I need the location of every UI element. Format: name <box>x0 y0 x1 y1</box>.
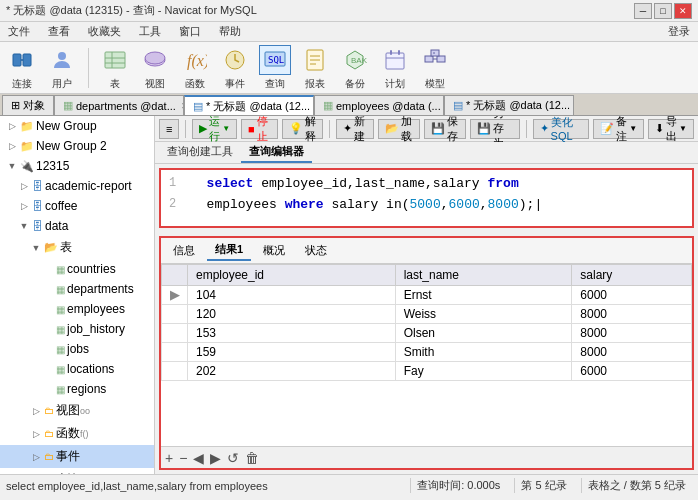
toolbar-schedule[interactable]: 计划 <box>379 45 411 91</box>
toolbar-event[interactable]: 事件 <box>219 45 251 91</box>
sidebar-item-jobhistory[interactable]: ▦ job_history <box>0 319 154 339</box>
col-last-name[interactable]: last_name <box>395 265 572 286</box>
stop-button[interactable]: ■ 停止 <box>241 119 277 139</box>
info-button[interactable]: 📝 备注 ▼ <box>593 119 644 139</box>
login-button[interactable]: 登录 <box>664 22 694 41</box>
explain-label: 解释 <box>305 116 317 144</box>
sidebar-item-views-folder[interactable]: ▷ 🗀 视图 oo <box>0 399 154 422</box>
view-icon[interactable] <box>139 45 171 75</box>
table-row[interactable]: 153 Olsen 8000 <box>162 324 692 343</box>
toolbar-query[interactable]: SQL 查询 <box>259 45 291 91</box>
new-button[interactable]: ✦ 新建 <box>336 119 374 139</box>
tab-object[interactable]: ⊞ 对象 <box>2 95 54 115</box>
report-icon[interactable] <box>299 45 331 75</box>
menu-file[interactable]: 文件 <box>4 22 34 41</box>
query-icon[interactable]: SQL <box>259 45 291 75</box>
explain-icon: 💡 <box>289 122 303 135</box>
sidebar-item-tables-folder[interactable]: ▼ 📂 表 <box>0 236 154 259</box>
toolbar-user[interactable]: 用户 <box>46 45 78 91</box>
window-controls[interactable]: ─ □ ✕ <box>634 3 692 19</box>
sql-editor[interactable]: 1 select employee_id,last_name,salary fr… <box>161 170 692 226</box>
editor-tab-builder[interactable]: 查询创建工具 <box>159 142 241 163</box>
sidebar-item-queries-folder[interactable]: ▷ 🗀 查询 <box>0 468 154 474</box>
event-icon[interactable] <box>219 45 251 75</box>
departments-label: departments <box>67 282 134 296</box>
sidebar-item-new-group[interactable]: ▷ 📁 New Group <box>0 116 154 136</box>
menu-favorites[interactable]: 收藏夹 <box>84 22 125 41</box>
export-button[interactable]: ⬇ 导出 ▼ <box>648 119 694 139</box>
editor-tab-sql[interactable]: 查询编辑器 <box>241 142 312 163</box>
model-icon[interactable] <box>419 45 451 75</box>
table-row[interactable]: 120 Weiss 8000 <box>162 305 692 324</box>
toolbar-view[interactable]: 视图 <box>139 45 171 91</box>
title-bar: * 无标题 @data (12315) - 查询 - Navicat for M… <box>0 0 698 22</box>
minimize-button[interactable]: ─ <box>634 3 652 19</box>
tab-employees[interactable]: ▦ employees @data (... ✕ <box>314 95 444 115</box>
close-button[interactable]: ✕ <box>674 3 692 19</box>
menu-tools[interactable]: 工具 <box>135 22 165 41</box>
result-tab-status[interactable]: 状态 <box>297 241 335 260</box>
schedule-icon[interactable] <box>379 45 411 75</box>
saveas-button[interactable]: 💾 另存为 <box>470 119 520 139</box>
menu-view[interactable]: 查看 <box>44 22 74 41</box>
clear-button[interactable]: 🗑 <box>245 450 259 466</box>
toolbar-table[interactable]: 表 <box>99 45 131 91</box>
sidebar-item-academic[interactable]: ▷ 🗄 academic-report <box>0 176 154 196</box>
table-row[interactable]: ▶ 104 Ernst 6000 <box>162 286 692 305</box>
sidebar-item-regions[interactable]: ▦ regions <box>0 379 154 399</box>
tab-departments[interactable]: ▦ departments @dat... ✕ <box>54 95 184 115</box>
maximize-button[interactable]: □ <box>654 3 672 19</box>
hamburger-button[interactable]: ≡ <box>159 119 179 139</box>
toolbar-report[interactable]: 报表 <box>299 45 331 91</box>
toolbar-backup[interactable]: BAK 备份 <box>339 45 371 91</box>
svg-rect-21 <box>390 50 392 55</box>
refresh-button[interactable]: ↺ <box>227 450 239 466</box>
sidebar-item-departments[interactable]: ▦ departments <box>0 279 154 299</box>
sidebar-item-employees[interactable]: ▦ employees <box>0 299 154 319</box>
tab-bar: ⊞ 对象 ▦ departments @dat... ✕ ▤ * 无标题 @da… <box>0 94 698 116</box>
col-salary[interactable]: salary <box>572 265 692 286</box>
sidebar-item-locations[interactable]: ▦ locations <box>0 359 154 379</box>
toolbar-model[interactable]: 模型 <box>419 45 451 91</box>
cell-salary-2: 8000 <box>572 324 692 343</box>
sidebar-item-coffee[interactable]: ▷ 🗄 coffee <box>0 196 154 216</box>
sidebar-item-countries[interactable]: ▦ countries <box>0 259 154 279</box>
toolbar-connect[interactable]: 连接 <box>6 45 38 91</box>
user-icon[interactable] <box>46 45 78 75</box>
result-tab-result1[interactable]: 结果1 <box>207 240 251 261</box>
sidebar-item-new-group2[interactable]: ▷ 📁 New Group 2 <box>0 136 154 156</box>
sidebar-item-data[interactable]: ▼ 🗄 data <box>0 216 154 236</box>
sidebar-item-jobs[interactable]: ▦ jobs <box>0 339 154 359</box>
run-button[interactable]: ▶ 运行 ▼ <box>192 119 237 139</box>
sidebar-item-functions-folder[interactable]: ▷ 🗀 函数 f() <box>0 422 154 445</box>
beautify-button[interactable]: ✦ 美化 SQL <box>533 119 590 139</box>
menu-window[interactable]: 窗口 <box>175 22 205 41</box>
connect-label: 连接 <box>12 77 32 91</box>
tab-query-active[interactable]: ▤ * 无标题 @data (12... ✕ <box>184 95 314 115</box>
backup-icon[interactable]: BAK <box>339 45 371 75</box>
tab-query2[interactable]: ▤ * 无标题 @data (12... ✕ <box>444 95 574 115</box>
save-button[interactable]: 💾 保存 <box>424 119 466 139</box>
stop-label: 停止 <box>257 116 271 144</box>
add-row-button[interactable]: + <box>165 450 173 466</box>
next-button[interactable]: ▶ <box>210 450 221 466</box>
sidebar-item-events-folder[interactable]: ▷ 🗀 事件 <box>0 445 154 468</box>
explain-button[interactable]: 💡 解释 <box>282 119 324 139</box>
db-icon-coffee: 🗄 <box>32 200 43 212</box>
menu-help[interactable]: 帮助 <box>215 22 245 41</box>
result-tab-overview[interactable]: 概况 <box>255 241 293 260</box>
function-icon[interactable]: f(x) <box>179 45 211 75</box>
table-row[interactable]: 202 Fay 6000 <box>162 362 692 381</box>
delete-row-button[interactable]: − <box>179 450 187 466</box>
group-folder-icon2: 📁 <box>20 140 34 153</box>
table-row[interactable]: 159 Smith 8000 <box>162 343 692 362</box>
table-icon[interactable] <box>99 45 131 75</box>
result-tab-info[interactable]: 信息 <box>165 241 203 260</box>
connect-icon[interactable] <box>6 45 38 75</box>
col-employee-id[interactable]: employee_id <box>188 265 396 286</box>
sidebar-item-12315[interactable]: ▼ 🔌 12315 <box>0 156 154 176</box>
toolbar-function[interactable]: f(x) 函数 <box>179 45 211 91</box>
sidebar: ▷ 📁 New Group ▷ 📁 New Group 2 ▼ 🔌 12315 <box>0 116 155 474</box>
load-button[interactable]: 📂 加载 <box>378 119 420 139</box>
prev-button[interactable]: ◀ <box>193 450 204 466</box>
